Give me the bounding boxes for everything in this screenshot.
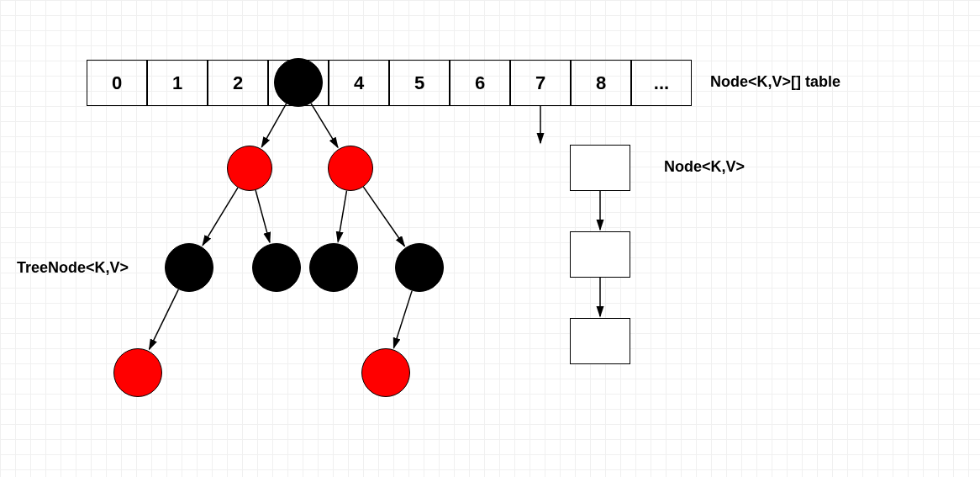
tree-node-l2b bbox=[252, 243, 301, 292]
tree-node-l3 bbox=[113, 348, 162, 397]
tree-node-r1 bbox=[328, 146, 373, 191]
tree-node-l2a bbox=[165, 243, 213, 292]
tree-node-r3 bbox=[361, 348, 410, 397]
tree-node-r2b bbox=[395, 243, 444, 292]
tree-node-l1 bbox=[227, 146, 272, 191]
tree-node-r2a bbox=[309, 243, 358, 292]
tree-node-root bbox=[274, 58, 323, 107]
red-black-tree bbox=[0, 0, 980, 477]
